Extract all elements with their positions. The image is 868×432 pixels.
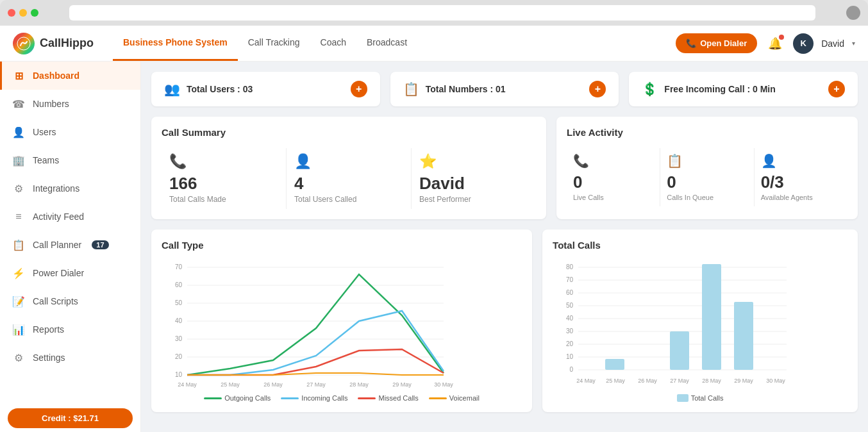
call-type-title: Call Type xyxy=(162,240,522,251)
users-stat-icon: 👥 xyxy=(164,81,180,97)
sidebar-item-call-scripts[interactable]: 📝 Call Scripts xyxy=(0,287,140,315)
svg-text:25 May: 25 May xyxy=(221,381,240,388)
incoming-color xyxy=(281,397,299,399)
bar-28may xyxy=(702,264,721,370)
browser-settings-icon xyxy=(846,6,860,20)
available-agents-value: 0/3 xyxy=(761,172,841,192)
svg-text:20: 20 xyxy=(566,340,574,347)
svg-text:20: 20 xyxy=(175,353,183,360)
free-incoming-info: 💲 Free Incoming Call : 0 Min xyxy=(642,81,775,97)
nav-business-phone[interactable]: Business Phone System xyxy=(113,26,238,61)
credit-button[interactable]: Credit : $21.71 xyxy=(8,408,133,428)
svg-text:26 May: 26 May xyxy=(638,378,657,384)
total-users-card: 👥 Total Users : 03 + xyxy=(151,72,380,106)
svg-text:40: 40 xyxy=(566,315,574,322)
svg-text:10: 10 xyxy=(175,371,183,378)
sidebar-label-call-planner: Call Planner xyxy=(33,240,81,250)
users-icon: 👤 xyxy=(12,126,25,138)
nav-call-tracking[interactable]: Call Tracking xyxy=(238,26,310,61)
user-name[interactable]: David xyxy=(821,38,844,49)
calls-in-queue-label: Calls In Queue xyxy=(667,194,747,201)
svg-text:29 May: 29 May xyxy=(392,381,412,388)
bell-badge xyxy=(779,35,784,40)
legend-incoming-label: Incoming Calls xyxy=(301,394,347,402)
svg-text:60: 60 xyxy=(566,289,574,296)
svg-text:60: 60 xyxy=(175,281,183,288)
svg-text:29 May: 29 May xyxy=(734,378,753,384)
sidebar-item-reports[interactable]: 📊 Reports xyxy=(0,315,140,344)
sidebar-item-integrations[interactable]: ⚙ Integrations xyxy=(0,174,140,203)
dot-yellow[interactable] xyxy=(19,9,27,17)
call-planner-icon: 📋 xyxy=(12,238,25,251)
activity-feed-icon: ≡ xyxy=(12,210,25,223)
call-type-legend: Outgoing Calls Incoming Calls Missed Cal… xyxy=(162,394,522,402)
legend-voicemail: Voicemail xyxy=(429,394,480,402)
sidebar-item-dashboard[interactable]: ⊞ Dashboard xyxy=(0,62,140,90)
dot-red[interactable] xyxy=(8,9,15,17)
legend-incoming: Incoming Calls xyxy=(281,394,347,402)
svg-text:70: 70 xyxy=(566,276,574,283)
metric-users-called-label: Total Users Called xyxy=(294,195,403,204)
add-numbers-button[interactable]: + xyxy=(589,81,606,97)
chevron-down-icon[interactable]: ▾ xyxy=(852,40,855,47)
metric-total-calls-label: Total Calls Made xyxy=(169,195,278,204)
phone-metric-icon: 📞 xyxy=(169,153,278,170)
legend-outgoing-label: Outgoing Calls xyxy=(224,394,271,402)
sidebar-item-call-planner[interactable]: 📋 Call Planner 17 xyxy=(0,231,140,259)
live-calls-metric: 📞 0 Live Calls xyxy=(567,148,660,206)
notification-bell[interactable]: 🔔 xyxy=(765,33,785,54)
logo-icon xyxy=(13,33,35,54)
dot-green[interactable] xyxy=(31,9,38,17)
sidebar-item-settings[interactable]: ⚙ Settings xyxy=(0,344,140,372)
live-activity-panel: Live Activity 📞 0 Live Calls 📋 0 Calls I… xyxy=(556,117,858,219)
sidebar-item-numbers[interactable]: ☎ Numbers xyxy=(0,90,140,118)
metric-total-calls: 📞 166 Total Calls Made xyxy=(162,148,287,209)
total-calls-chart: 80 70 60 50 40 30 20 10 0 24 May 25 May xyxy=(553,261,847,389)
call-summary-title: Call Summary xyxy=(162,127,536,138)
sidebar-item-power-dialer[interactable]: ⚡ Power Dialer xyxy=(0,259,140,287)
nav-coach[interactable]: Coach xyxy=(310,26,356,61)
open-dialer-button[interactable]: 📞 Open Dialer xyxy=(676,33,757,53)
add-incoming-button[interactable]: + xyxy=(828,81,845,97)
total-numbers-info: 📋 Total Numbers : 01 xyxy=(403,81,506,97)
legend-total-calls: Total Calls xyxy=(677,394,724,402)
users-metric-icon: 👤 xyxy=(294,153,403,170)
sidebar-label-users: Users xyxy=(33,127,56,137)
total-numbers-text: Total Numbers : 01 xyxy=(426,84,506,94)
sidebar-label-call-scripts: Call Scripts xyxy=(33,296,78,306)
sidebar-label-activity: Activity Feed xyxy=(33,212,84,222)
sidebar-label-teams: Teams xyxy=(33,155,59,165)
star-metric-icon: ⭐ xyxy=(419,153,528,170)
sidebar-item-users[interactable]: 👤 Users xyxy=(0,118,140,146)
call-type-chart: 70 60 50 40 30 20 10 24 May 25 May 26 Ma… xyxy=(162,261,522,389)
sidebar-label-reports: Reports xyxy=(33,324,64,335)
total-users-info: 👥 Total Users : 03 xyxy=(164,81,253,97)
svg-text:50: 50 xyxy=(566,302,574,309)
bar-29may xyxy=(734,302,753,370)
available-agents-metric: 👤 0/3 Available Agents xyxy=(755,148,847,206)
missed-color xyxy=(358,397,376,399)
sidebar-item-activity-feed[interactable]: ≡ Activity Feed xyxy=(0,203,140,231)
nav-broadcast[interactable]: Broadcast xyxy=(356,26,417,61)
address-bar[interactable] xyxy=(69,5,815,21)
free-incoming-text: Free Incoming Call : 0 Min xyxy=(664,84,775,94)
metric-best-performer: ⭐ David Best Performer xyxy=(412,148,536,209)
summary-metrics: 📞 166 Total Calls Made 👤 4 Total Users C… xyxy=(162,148,536,209)
logo-area: CallHippo xyxy=(13,33,94,54)
legend-missed: Missed Calls xyxy=(358,394,418,402)
nav-items: Business Phone System Call Tracking Coac… xyxy=(113,26,676,61)
svg-text:26 May: 26 May xyxy=(263,381,283,388)
summary-activity-row: Call Summary 📞 166 Total Calls Made 👤 4 … xyxy=(151,117,858,219)
add-users-button[interactable]: + xyxy=(351,81,367,97)
svg-text:70: 70 xyxy=(175,263,183,270)
live-calls-value: 0 xyxy=(573,172,653,192)
call-type-panel: Call Type 70 xyxy=(151,229,532,412)
stats-row: 👥 Total Users : 03 + 📋 Total Numbers : 0… xyxy=(151,72,858,106)
charts-row: Call Type 70 xyxy=(151,229,858,412)
power-dialer-icon: ⚡ xyxy=(12,267,25,279)
logo-text: CallHippo xyxy=(40,37,94,50)
agents-icon: 👤 xyxy=(761,153,841,169)
total-calls-title: Total Calls xyxy=(553,240,847,251)
sidebar: ⊞ Dashboard ☎ Numbers 👤 Users 🏢 Teams ⚙ … xyxy=(0,62,141,432)
sidebar-item-teams[interactable]: 🏢 Teams xyxy=(0,146,140,174)
